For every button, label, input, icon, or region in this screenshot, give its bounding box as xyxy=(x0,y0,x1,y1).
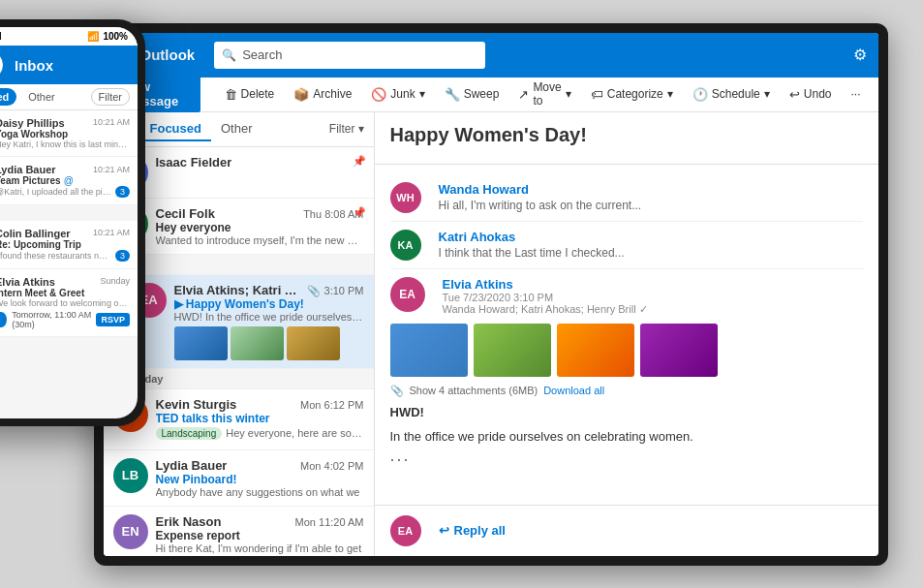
sweep-button[interactable]: 🔧 Sweep xyxy=(437,84,508,105)
unread-badge: 3 xyxy=(115,186,130,198)
search-bar[interactable]: 🔍 Search xyxy=(214,42,485,69)
thread-content: Wanda Howard Hi all, I'm writing to ask … xyxy=(439,182,863,213)
avatar: EA xyxy=(390,277,425,312)
phone-screen: 10:28 AM 📶 100% ☰ K Inbox Focused xyxy=(0,27,138,418)
email-preview: @Katri, I uploaded all the pictures fro.… xyxy=(0,187,112,197)
email-time: Mon 6:12 PM xyxy=(300,399,363,411)
thread-item[interactable]: WH Wanda Howard Hi all, I'm writing to a… xyxy=(390,174,863,222)
top-bar: ⠿ Outlook 🔍 Search ⚙ xyxy=(104,33,878,77)
sender-name: Daisy Phillips xyxy=(0,117,65,129)
phone-list-item[interactable]: LB Lydia Bauer 10:21 AM Team Pictures @ … xyxy=(0,157,138,205)
email-preview: HWD! In the office we pride ourselves on xyxy=(174,311,364,323)
email-subject: Re: Upcoming Trip xyxy=(0,239,130,250)
archive-icon: 📦 xyxy=(293,87,309,102)
laptop-screen: ⠿ Outlook 🔍 Search ⚙ New message 🗑 Delet… xyxy=(104,33,878,556)
email-preview: Hi there Kat, I'm wondering if I'm able … xyxy=(156,542,364,554)
search-icon: 🔍 xyxy=(222,48,236,62)
phone-tab-other[interactable]: Other xyxy=(20,88,63,106)
attachment-thumb[interactable] xyxy=(474,324,551,377)
settings-icon[interactable]: ⚙ xyxy=(853,46,867,64)
phone-list-item[interactable]: DP Daisy Phillips 10:21 AM Yoga Workshop… xyxy=(0,110,138,157)
reply-icon: ↩ xyxy=(439,523,449,538)
junk-button[interactable]: 🚫 Junk ▾ xyxy=(363,84,432,105)
thread-date: Tue 7/23/2020 3:10 PM xyxy=(443,292,863,303)
email-time: Sunday xyxy=(100,276,130,288)
cat-chevron: ▾ xyxy=(667,87,673,101)
email-content: Cecil Folk Thu 8:08 AM Hey everyone Want… xyxy=(156,206,364,246)
email-content: Kevin Sturgis Mon 6:12 PM TED talks this… xyxy=(156,397,364,442)
junk-icon: 🚫 xyxy=(371,87,386,102)
email-content: Lydia Bauer 10:21 AM Team Pictures @ @Ka… xyxy=(0,164,130,198)
filter-button[interactable]: Filter ▾ xyxy=(329,122,364,136)
sender-name: Wanda Howard xyxy=(439,182,863,197)
sender-name: Isaac Fielder xyxy=(156,155,232,170)
attachments-row xyxy=(390,324,863,377)
calendar-icon xyxy=(0,312,7,327)
avatar: EA xyxy=(390,515,421,546)
thread-preview: Hi all, I'm writing to ask on the curren… xyxy=(439,199,863,212)
sender-name: Elvia Atkins; Katri Ahokas; Wanda Howard xyxy=(174,283,303,297)
reading-pane: Happy Women's Day! WH Wanda Howard Hi al… xyxy=(375,112,878,556)
list-item[interactable]: EN Erik Nason Mon 11:20 AM Expense repor… xyxy=(104,507,374,556)
phone-list-item[interactable]: EA Elvia Atkins Sunday Intern Meet & Gre… xyxy=(0,269,138,337)
attachment-info: 📎 Show 4 attachments (6MB) Download all xyxy=(390,385,863,397)
delete-button[interactable]: 🗑 Delete xyxy=(217,84,283,105)
email-subject: TED talks this winter xyxy=(156,412,364,425)
phone-status-bar: 10:28 AM 📶 100% xyxy=(0,27,138,46)
more-button[interactable]: ··· xyxy=(843,84,868,104)
download-all-link[interactable]: Download all xyxy=(543,385,604,396)
reply-bar: EA ↩ Reply all xyxy=(375,505,878,556)
list-item[interactable]: LB Lydia Bauer Mon 4:02 PM New Pinboard!… xyxy=(104,450,374,507)
email-preview: Hey Katri, I know this is last minute, d… xyxy=(0,139,130,149)
more-icon: ··· xyxy=(850,87,860,101)
sender-name: Colin Ballinger xyxy=(0,228,71,239)
attachments-label: Show 4 attachments (6MB) xyxy=(410,385,538,396)
phone-filter-btn[interactable]: Filter xyxy=(91,88,130,106)
tab-other[interactable]: Other xyxy=(211,117,262,141)
sweep-icon: 🔧 xyxy=(445,87,460,102)
attachment-icon: 📎 xyxy=(307,285,321,297)
email-content: Lydia Bauer Mon 4:02 PM New Pinboard! An… xyxy=(156,458,364,498)
search-input[interactable]: Search xyxy=(242,47,282,62)
schedule-button[interactable]: 🕐 Schedule ▾ xyxy=(685,84,778,105)
email-preview: I found these restaurants near our... xyxy=(0,251,112,261)
attachment-icon: 📎 xyxy=(390,385,404,397)
tab-focused[interactable]: Focused xyxy=(140,117,211,141)
move-icon: ↗ xyxy=(518,87,529,102)
phone-tab-focused[interactable]: Focused xyxy=(0,88,16,106)
email-subject: Yoga Workshop xyxy=(0,129,130,139)
more-content-button[interactable]: ··· xyxy=(390,449,863,470)
rsvp-button[interactable]: RSVP xyxy=(96,313,130,326)
schedule-icon: 🕐 xyxy=(692,87,708,102)
main-content: Focused Other Filter ▾ IF xyxy=(104,112,878,556)
reply-all-button[interactable]: ↩ Reply all xyxy=(439,523,506,538)
attachment-thumb[interactable] xyxy=(390,324,468,377)
attachment-thumb[interactable] xyxy=(640,324,718,377)
sender-name: Lydia Bauer xyxy=(156,458,228,473)
body-line1: HWD! xyxy=(390,405,863,419)
pin-icon: 📌 xyxy=(353,155,366,168)
thread-item[interactable]: KA Katri Ahokas I think that the Last ti… xyxy=(390,222,863,269)
email-preview: We look forward to welcoming our fall in… xyxy=(0,298,130,308)
undo-button[interactable]: ↩ Undo xyxy=(782,84,840,105)
email-content: Elvia Atkins Sunday Intern Meet & Greet … xyxy=(0,276,130,329)
sender-name: Lydia Bauer xyxy=(0,164,56,175)
email-subject: ▶ Happy Women's Day! xyxy=(174,297,364,311)
attachment-thumb[interactable] xyxy=(557,324,634,377)
email-subject: New Pinboard! xyxy=(156,473,364,486)
email-content: Erik Nason Mon 11:20 AM Expense report H… xyxy=(156,514,364,554)
categorize-button[interactable]: 🏷 Categorize ▾ xyxy=(583,84,681,105)
phone-list-item[interactable]: CB Colin Ballinger 10:21 AM Re: Upcoming… xyxy=(0,221,138,269)
email-time: Mon 11:20 AM xyxy=(295,516,364,528)
reading-body: WH Wanda Howard Hi all, I'm writing to a… xyxy=(375,165,878,505)
avatar: LB xyxy=(113,458,148,493)
email-time: 10:21 AM xyxy=(93,117,130,129)
email-subject: Team Pictures xyxy=(0,175,61,186)
move-chevron: ▾ xyxy=(566,87,571,101)
move-to-button[interactable]: ↗ Move to ▾ xyxy=(510,77,578,110)
archive-button[interactable]: 📦 Archive xyxy=(286,84,359,105)
thread-content: Katri Ahokas I think that the Last time … xyxy=(439,230,863,261)
email-time: 3:10 PM xyxy=(324,285,364,296)
reading-header: Happy Women's Day! xyxy=(375,112,878,165)
pin-icon: 📌 xyxy=(353,206,366,219)
